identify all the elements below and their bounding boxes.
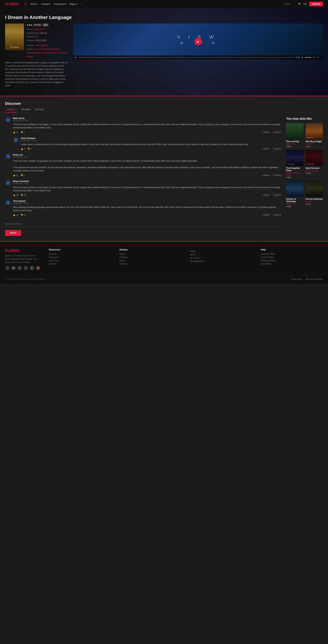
quote-button[interactable]: ❝ QUOTE bbox=[273, 214, 281, 216]
send-button[interactable]: SEND bbox=[5, 230, 21, 236]
comment-date: 11.08.2023, 11:11 bbox=[13, 156, 281, 158]
youtube-icon[interactable]: ▶ bbox=[30, 266, 34, 270]
footer-link-netflix[interactable]: Netflix bbox=[190, 250, 252, 252]
search-input[interactable] bbox=[284, 3, 297, 5]
comment-author: Matt Jones bbox=[13, 117, 281, 120]
footer-link-accessibility[interactable]: Accessibility bbox=[261, 263, 323, 265]
progress-bar[interactable] bbox=[78, 57, 294, 58]
quote-button[interactable]: ❝ QUOTE bbox=[273, 148, 281, 150]
hamburger-icon[interactable]: ☰ bbox=[24, 2, 27, 6]
quote-button[interactable]: ❝ QUOTE bbox=[273, 194, 281, 196]
related-movie-item[interactable]: Echoes of Yesterday Action, Trier ★8.4 bbox=[286, 180, 303, 208]
hero-right: V I E WM N ▶ ▶ 03:03 🔊 CC ⚙ ⛶ bbox=[74, 24, 323, 87]
telegram-icon[interactable]: ✈ bbox=[18, 266, 22, 270]
tab-comments[interactable]: COMMENTS bbox=[5, 108, 17, 112]
like-button[interactable]: 👍 74 bbox=[13, 214, 18, 216]
footer-link-billing[interactable]: Account & Billing bbox=[261, 253, 323, 255]
signin-button[interactable]: SIGN IN bbox=[309, 2, 323, 6]
footer-link-contacts[interactable]: Contacts bbox=[49, 263, 111, 265]
footer-link-plans[interactable]: Plans & Pricing bbox=[261, 256, 323, 258]
related-movie-item[interactable]: Into the Unknown Comedy ★7.1 bbox=[306, 180, 323, 208]
settings-icon[interactable]: ⚙ bbox=[316, 56, 318, 58]
avatar: 👤 bbox=[5, 180, 11, 186]
footer-link-cartoons[interactable]: Cartoons bbox=[120, 263, 182, 265]
play-button[interactable]: ▶ bbox=[194, 38, 202, 45]
footer-link-about[interactable]: About us bbox=[49, 253, 111, 255]
like-button[interactable]: 👍 12 bbox=[13, 131, 18, 134]
nav-home[interactable]: Home ▾ bbox=[30, 3, 38, 5]
related-movie-item[interactable]: The Movie The Forgotten Road Romance, Dr… bbox=[286, 150, 303, 178]
instagram-icon[interactable]: 📷 bbox=[11, 266, 16, 270]
genre-link[interactable]: Action, Trier bbox=[33, 28, 44, 30]
footer-link-help[interactable]: Help center bbox=[49, 260, 111, 262]
related-movie-title: Echoes of Yesterday bbox=[286, 198, 303, 202]
subtitle-icon[interactable]: CC bbox=[313, 56, 315, 58]
related-rating-value: 7.1 bbox=[308, 203, 310, 205]
nav-catalog[interactable]: Catalog ▾ bbox=[41, 3, 50, 5]
footer-link-tvshows[interactable]: TV Shows bbox=[120, 256, 182, 258]
play-icon[interactable]: ▶ bbox=[75, 56, 77, 58]
movie-meta: ★ 8.4 Full HD 16+ Genre: Action, Trier R… bbox=[27, 24, 68, 58]
footer-link-devices[interactable]: Supported devices bbox=[261, 260, 323, 262]
dislike-button[interactable]: 👎 35 bbox=[21, 194, 26, 196]
comment-item: 👤 Brian Cranston 07.08.2023, 14:33 There… bbox=[5, 180, 281, 196]
terms-link[interactable]: Terms and conditions bbox=[305, 278, 323, 280]
dislike-button[interactable]: 👎 13 bbox=[21, 214, 26, 216]
reply-button[interactable]: ↩ REPLY bbox=[262, 148, 270, 150]
footer-link-marvel[interactable]: Marvel bbox=[190, 254, 252, 256]
like-button[interactable]: 👍 8 bbox=[21, 148, 25, 150]
fullscreen-icon[interactable]: ⛶ bbox=[319, 56, 321, 58]
apple-icon[interactable]: 🍎 bbox=[36, 266, 40, 270]
reply-button[interactable]: ↩ REPLY bbox=[262, 131, 270, 134]
discover-title: Discover bbox=[5, 102, 323, 106]
related-movie-item[interactable]: The Lost Key Action, Trier ★8.4 bbox=[286, 123, 303, 148]
footer-col-title: Help bbox=[261, 248, 323, 251]
logo[interactable]: FLIXGO bbox=[5, 2, 19, 6]
related-poster: The Movie bbox=[306, 123, 323, 139]
quote-button[interactable]: ❝ QUOTE bbox=[273, 174, 281, 176]
nav-more[interactable]: ··· bbox=[81, 3, 82, 5]
comment-text: Many desktop publishing packages and web… bbox=[13, 206, 281, 212]
movie-poster[interactable]: The Movie bbox=[5, 24, 24, 50]
like-button[interactable]: 👍 11 bbox=[13, 174, 18, 176]
quote-button[interactable]: ❝ QUOTE bbox=[273, 131, 281, 134]
dislike-button[interactable]: 👎 3 bbox=[28, 148, 32, 150]
related-poster: The Movie bbox=[286, 150, 303, 166]
footer-link-movies[interactable]: Movies bbox=[120, 253, 182, 255]
footer-link-dc[interactable]: DC Comics bbox=[190, 257, 252, 259]
facebook-icon[interactable]: f bbox=[5, 266, 10, 270]
related-movie-title: Red Sky at Night bbox=[306, 140, 323, 143]
tab-photos[interactable]: PHOTOS bbox=[35, 108, 44, 112]
reply-button[interactable]: ↩ REPLY bbox=[262, 174, 270, 176]
privacy-policy-link[interactable]: Privacy policy bbox=[291, 278, 302, 280]
related-movie-item[interactable]: The Movie Dark Horizons Comedy, Drama ★7… bbox=[306, 150, 323, 178]
dislike-button[interactable]: 👎 1 bbox=[21, 174, 25, 176]
like-button[interactable]: 👍 99 bbox=[13, 194, 18, 196]
footer-resources: Resources About us Pricing plans Help ce… bbox=[49, 248, 111, 270]
footer-link-anime[interactable]: Anime bbox=[120, 260, 182, 262]
footer-link-pricing[interactable]: Pricing plans bbox=[49, 256, 111, 258]
dislike-button[interactable]: 👎 7 bbox=[21, 131, 25, 134]
related-rating-value: 8.4 bbox=[288, 206, 291, 208]
volume-icon[interactable]: 🔊 bbox=[301, 56, 303, 58]
director-link[interactable]: Louis Leterrier bbox=[35, 44, 48, 46]
search-icon[interactable]: 🔍 bbox=[298, 3, 301, 5]
nav-pricing[interactable]: Pricing plans bbox=[54, 3, 66, 5]
twitter-icon[interactable]: 𝕏 bbox=[24, 266, 28, 270]
language-selector[interactable]: EN bbox=[303, 3, 307, 5]
footer-link-book[interactable]: Book adaptations bbox=[190, 260, 252, 262]
related-rating-value: 6.3 bbox=[288, 176, 291, 178]
nav-pages[interactable]: Pages ▾ bbox=[69, 3, 77, 5]
reply-button[interactable]: ↩ REPLY bbox=[262, 214, 270, 216]
reply-button[interactable]: ↩ REPLY bbox=[262, 194, 270, 196]
related-movie-item[interactable]: The Movie Red Sky at Night Comedy ★7.1 bbox=[306, 123, 323, 148]
country-link[interactable]: USA bbox=[35, 36, 39, 38]
comment-input[interactable] bbox=[5, 221, 281, 227]
video-controls: ▶ 03:03 🔊 CC ⚙ ⛶ bbox=[74, 56, 323, 60]
volume-bar[interactable] bbox=[304, 57, 311, 58]
tab-reviews[interactable]: REVIEWS bbox=[21, 108, 31, 112]
hero-section: I Dream in Another Language The Movie ★ … bbox=[0, 8, 328, 96]
video-player[interactable]: V I E WM N ▶ ▶ 03:03 🔊 CC ⚙ ⛶ bbox=[74, 24, 323, 60]
hd-badge: Full HD bbox=[33, 24, 42, 26]
avatar: 👤 bbox=[5, 154, 11, 159]
